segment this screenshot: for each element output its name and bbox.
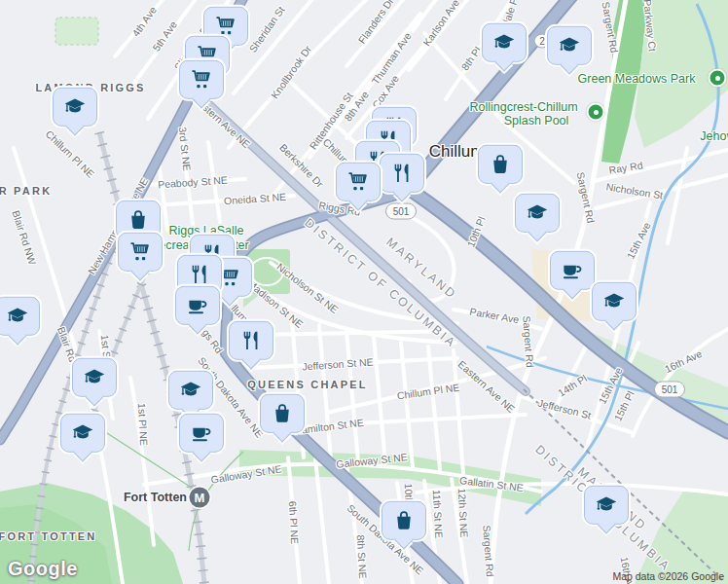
restaurant-icon xyxy=(391,163,413,184)
pin-school[interactable] xyxy=(72,358,117,397)
school-icon xyxy=(527,202,548,224)
school-icon xyxy=(603,291,625,312)
pin-school[interactable] xyxy=(482,23,527,62)
pin-school[interactable] xyxy=(592,282,637,321)
pin-coffee[interactable] xyxy=(175,286,220,325)
pin-bag[interactable] xyxy=(478,145,523,184)
pin-cart[interactable] xyxy=(336,163,381,201)
poi-label[interactable]: Jehov xyxy=(700,129,728,143)
pin-cart[interactable] xyxy=(179,60,224,99)
map-attribution: Map data ©2026 Google xyxy=(612,570,724,582)
school-icon xyxy=(7,306,28,327)
restaurant-icon xyxy=(240,330,262,351)
poi-label[interactable]: Rollingcrest-Chillum xyxy=(469,100,577,114)
coffee-icon xyxy=(187,295,208,316)
city-label: Chillum xyxy=(429,142,485,162)
bag-icon xyxy=(127,209,149,231)
pin-school[interactable] xyxy=(60,414,105,453)
park-poi-icon[interactable] xyxy=(709,69,727,88)
coffee-icon xyxy=(562,260,583,281)
cart-icon xyxy=(219,267,240,288)
route-shield: 501 xyxy=(385,203,417,220)
coffee-icon xyxy=(191,422,212,444)
school-icon xyxy=(84,367,105,388)
pin-coffee[interactable] xyxy=(179,414,224,453)
school-icon xyxy=(72,422,93,444)
pin-restaurant[interactable] xyxy=(380,154,424,193)
restaurant-icon xyxy=(189,264,210,285)
school-icon xyxy=(180,380,201,401)
pin-school[interactable] xyxy=(53,88,97,127)
bag-icon xyxy=(490,154,511,175)
poi-label[interactable]: Green Meadows Park xyxy=(578,72,696,86)
pin-bag[interactable] xyxy=(260,394,305,433)
bag-icon xyxy=(272,403,293,424)
pin-coffee[interactable] xyxy=(550,251,595,290)
pin-bag[interactable] xyxy=(382,501,426,540)
school-icon xyxy=(559,35,580,56)
park-poi-icon[interactable] xyxy=(587,103,605,122)
pin-school[interactable] xyxy=(168,371,213,410)
cart-icon xyxy=(191,69,212,91)
google-logo[interactable]: Google xyxy=(8,558,78,580)
school-icon xyxy=(596,494,617,516)
pin-school[interactable] xyxy=(547,26,592,65)
poi-label[interactable]: Splash Pool xyxy=(504,114,569,128)
pin-school[interactable] xyxy=(0,297,40,336)
cart-icon xyxy=(347,171,369,193)
pin-school[interactable] xyxy=(584,486,629,525)
cart-icon xyxy=(129,241,151,263)
bag-icon xyxy=(393,510,415,531)
pin-cart[interactable] xyxy=(118,233,163,272)
route-shield: 501 xyxy=(654,382,685,398)
pin-restaurant[interactable] xyxy=(229,321,273,360)
metro-station-label: Fort Totten xyxy=(124,491,187,504)
school-icon xyxy=(493,32,515,54)
map-canvas[interactable]: 4th Ave5th AveSligo Mill RdSheridan StKn… xyxy=(0,0,728,584)
school-icon xyxy=(64,96,86,118)
cart-icon xyxy=(215,16,237,37)
pin-school[interactable] xyxy=(515,194,560,233)
metro-station-icon[interactable]: M xyxy=(190,488,210,508)
